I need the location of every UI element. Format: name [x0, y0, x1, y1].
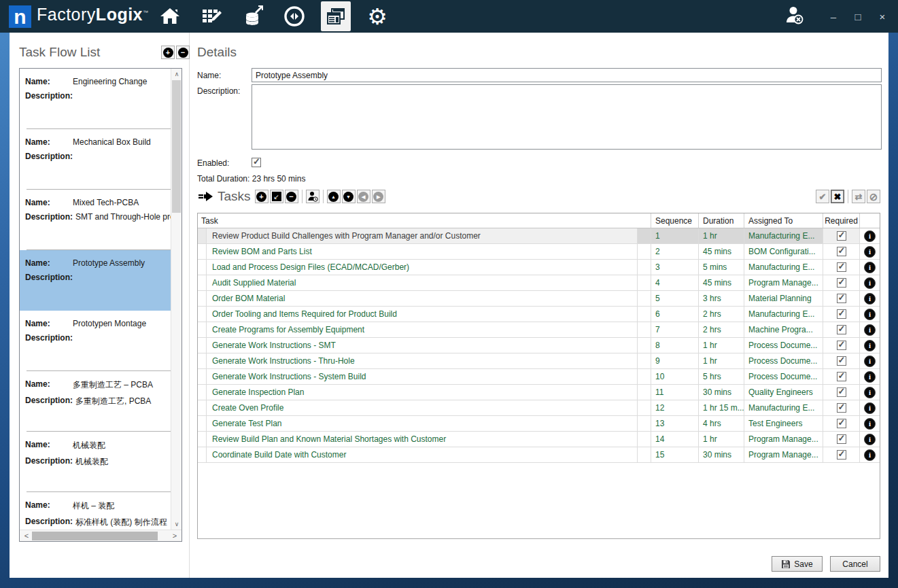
required-checkbox[interactable] [837, 231, 846, 241]
sequence-cell[interactable]: 3 [651, 260, 699, 275]
duration-cell[interactable]: 1 hr [699, 228, 744, 243]
close-button[interactable]: × [875, 11, 890, 22]
task-table-row[interactable]: Order BOM Material 5 3 hrs Material Plan… [198, 291, 880, 307]
required-checkbox[interactable] [837, 294, 846, 303]
assigned-to-cell[interactable]: Machine Progra... [744, 322, 823, 337]
task-flow-item[interactable]: Name:多重制造工艺 – PCBA Description:多重制造工艺, P… [20, 371, 171, 432]
duration-cell[interactable]: 1 hr [699, 353, 744, 368]
assigned-to-cell[interactable]: Manufacturing E... [744, 228, 823, 243]
horizontal-scroll-thumb[interactable] [32, 532, 158, 540]
nav-process-templates-icon[interactable] [321, 1, 351, 31]
required-checkbox[interactable] [837, 325, 846, 334]
duration-cell[interactable]: 2 hrs [699, 322, 744, 337]
duration-cell[interactable]: 45 mins [699, 244, 744, 259]
task-name-cell[interactable]: Create Programs for Assembly Equipment [207, 322, 638, 337]
duration-cell[interactable]: 2 hrs [699, 307, 744, 322]
info-icon[interactable]: i [864, 277, 876, 289]
task-table-row[interactable]: Generate Work Instructions - Thru-Hole 9… [198, 353, 880, 369]
column-header-assigned-to[interactable]: Assigned To [744, 213, 823, 228]
assigned-to-cell[interactable]: Program Manage... [744, 275, 823, 290]
scroll-up-icon[interactable]: ∧ [171, 69, 182, 80]
minimize-button[interactable]: – [826, 11, 841, 22]
task-name-cell[interactable]: Order BOM Material [207, 291, 638, 306]
move-task-down-button[interactable]: ▼ [342, 190, 356, 203]
info-icon[interactable]: i [864, 246, 876, 258]
panel-splitter[interactable] [189, 33, 190, 578]
assigned-to-cell[interactable]: Process Docume... [744, 353, 823, 368]
task-name-cell[interactable]: Create Oven Profile [207, 400, 638, 415]
task-table-row[interactable]: Generate Work Instructions - System Buil… [198, 369, 880, 385]
info-icon[interactable]: i [864, 402, 876, 414]
info-icon[interactable]: i [864, 387, 876, 398]
sequence-cell[interactable]: 1 [651, 228, 699, 243]
required-checkbox[interactable] [837, 419, 846, 428]
check-all-button[interactable]: ✔ [816, 190, 829, 203]
task-flow-item[interactable]: Name:Engineering Change Description: [20, 69, 171, 129]
assigned-to-cell[interactable]: Test Engineers [744, 416, 823, 431]
assigned-to-cell[interactable]: Manufacturing E... [744, 260, 823, 275]
vertical-scrollbar[interactable]: ∧ ∨ [171, 69, 182, 530]
task-table-row[interactable]: Order Tooling and Items Required for Pro… [198, 307, 880, 322]
sequence-cell[interactable]: 13 [651, 416, 699, 431]
task-name-cell[interactable]: Generate Inspection Plan [207, 385, 638, 400]
task-table-row[interactable]: Create Programs for Assembly Equipment 7… [198, 322, 880, 338]
scroll-left-icon[interactable]: < [21, 530, 32, 541]
info-icon[interactable]: i [864, 230, 876, 242]
assigned-to-cell[interactable]: Manufacturing E... [744, 400, 823, 415]
required-checkbox[interactable] [837, 387, 846, 397]
task-flow-item[interactable]: Name:Mechanical Box Build Description: [20, 129, 171, 190]
remove-task-flow-button[interactable]: − [176, 46, 190, 59]
duration-cell[interactable]: 1 hr [699, 432, 744, 447]
task-name-cell[interactable]: Order Tooling and Items Required for Pro… [207, 307, 638, 322]
column-header-required[interactable]: Required [823, 213, 860, 228]
nav-sync-icon[interactable] [279, 1, 309, 31]
info-icon[interactable]: i [864, 340, 876, 351]
duration-cell[interactable]: 30 mins [699, 447, 744, 462]
task-table-row[interactable]: Generate Test Plan 13 4 hrs Test Enginee… [198, 416, 880, 432]
required-checkbox[interactable] [837, 341, 846, 350]
task-name-cell[interactable]: Coordinate Build Date with Customer [207, 447, 638, 462]
task-table-row[interactable]: Review BOM and Parts List 2 45 mins BOM … [198, 244, 880, 260]
move-task-up-button[interactable]: ▲ [327, 190, 341, 203]
sequence-cell[interactable]: 7 [651, 322, 699, 337]
block-task-button[interactable]: ⊘ [867, 190, 880, 203]
assigned-to-cell[interactable]: Process Docume... [744, 369, 823, 384]
task-table-row[interactable]: Review Build Plan and Known Material Sho… [198, 432, 880, 447]
task-name-cell[interactable]: Generate Work Instructions - Thru-Hole [207, 353, 638, 368]
task-flow-item[interactable]: Name:样机 – 装配 Description:标准样机 (装配) 制作流程 [20, 492, 171, 530]
scroll-down-icon[interactable]: ∨ [171, 519, 182, 530]
assigned-to-cell[interactable]: Quality Engineers [744, 385, 823, 400]
info-icon[interactable]: i [864, 356, 876, 367]
assigned-to-cell[interactable]: Program Manage... [744, 447, 823, 462]
task-table-row[interactable]: Audit Supplied Material 4 45 mins Progra… [198, 275, 880, 291]
nav-planning-icon[interactable] [196, 1, 226, 31]
info-icon[interactable]: i [864, 434, 876, 445]
required-checkbox[interactable] [837, 309, 846, 319]
task-name-cell[interactable]: Audit Supplied Material [207, 275, 638, 290]
task-flow-item[interactable]: Name:Mixed Tech-PCBA Description:SMT and… [20, 190, 171, 250]
task-table-row[interactable]: Review Product Build Challenges with Pro… [198, 228, 880, 244]
insert-task-button[interactable]: ↙ [270, 190, 283, 203]
duration-cell[interactable]: 5 hrs [699, 369, 744, 384]
sequence-cell[interactable]: 2 [651, 244, 699, 259]
info-icon[interactable]: i [864, 418, 876, 430]
assigned-to-cell[interactable]: Manufacturing E... [744, 307, 823, 322]
sequence-cell[interactable]: 4 [651, 275, 699, 290]
assigned-to-cell[interactable]: Program Manage... [744, 432, 823, 447]
enabled-checkbox[interactable] [252, 158, 261, 167]
sequence-cell[interactable]: 15 [651, 447, 699, 462]
column-header-sequence[interactable]: Sequence [651, 213, 699, 228]
column-header-duration[interactable]: Duration [699, 213, 744, 228]
duration-cell[interactable]: 1 hr [699, 338, 744, 353]
task-flow-item[interactable]: Name:Prototypen Montage Description: [20, 311, 171, 371]
required-checkbox[interactable] [837, 403, 846, 413]
assign-user-button[interactable] [306, 190, 320, 203]
task-name-cell[interactable]: Review Product Build Challenges with Pro… [207, 228, 638, 243]
info-icon[interactable]: i [864, 293, 876, 305]
task-flow-item[interactable]: Name:Prototype Assembly Description: [20, 250, 171, 311]
task-name-cell[interactable]: Load and Process Design Files (ECAD/MCAD… [207, 260, 638, 275]
required-checkbox[interactable] [837, 247, 846, 256]
nav-settings-icon[interactable]: ⚙ [362, 1, 392, 31]
duration-cell[interactable]: 5 mins [699, 260, 744, 275]
sequence-cell[interactable]: 11 [651, 385, 699, 400]
